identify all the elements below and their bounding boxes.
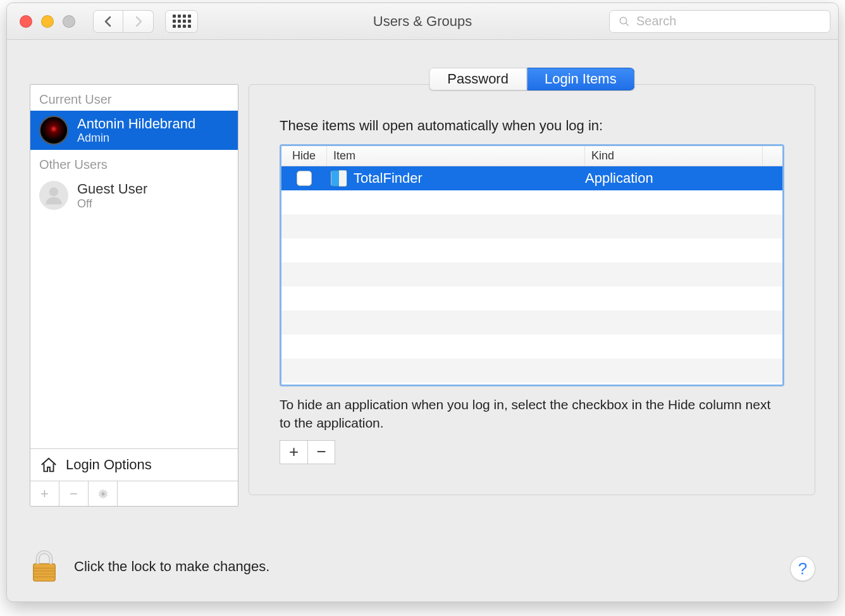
zoom-window-button [63, 15, 75, 28]
show-all-button[interactable] [165, 10, 198, 33]
chevron-right-icon [134, 16, 143, 27]
col-hide[interactable]: Hide [281, 146, 327, 166]
add-user-button[interactable]: + [30, 481, 59, 506]
login-items-table: Hide Item Kind TotalFinder Applicati [280, 144, 784, 386]
app-icon [331, 170, 347, 187]
login-options-label: Login Options [66, 457, 152, 473]
users-sidebar: Current User Antonin Hildebrand Admin Ot… [30, 84, 238, 507]
user-name: Guest User [77, 181, 147, 197]
user-role: Off [77, 197, 147, 211]
panel-heading: These items will open automatically when… [280, 118, 784, 134]
search-input[interactable] [636, 14, 821, 28]
avatar [39, 181, 68, 210]
user-role: Admin [77, 132, 195, 145]
table-row [281, 335, 782, 359]
table-body: TotalFinder Application [281, 166, 782, 385]
minimize-window-button[interactable] [41, 15, 54, 28]
svg-line-1 [626, 23, 629, 26]
sidebar-footer: + − [30, 481, 238, 506]
add-remove-buttons: + − [280, 440, 784, 464]
table-row [281, 238, 782, 262]
gear-icon [97, 488, 109, 500]
table-row[interactable]: TotalFinder Application [281, 166, 782, 190]
home-icon [39, 455, 58, 474]
table-row [281, 262, 782, 286]
main-panel: Password Login Items These items will op… [249, 84, 815, 519]
chevron-left-icon [104, 16, 113, 27]
item-name: TotalFinder [354, 170, 422, 187]
remove-user-button[interactable]: − [59, 481, 89, 506]
other-users-label: Other Users [30, 150, 238, 176]
table-header: Hide Item Kind [281, 146, 782, 166]
titlebar: Users & Groups [7, 3, 838, 40]
tab-login-items[interactable]: Login Items [527, 68, 635, 90]
panel-hint: To hide an application when you log in, … [280, 395, 784, 433]
lock-text: Click the lock to make changes. [74, 558, 269, 575]
lock-icon[interactable] [30, 549, 59, 584]
table-row [281, 359, 782, 383]
login-options-button[interactable]: Login Options [30, 448, 238, 481]
add-item-button[interactable]: + [280, 440, 307, 464]
search-field[interactable] [609, 10, 830, 33]
forward-button[interactable] [123, 10, 154, 33]
back-button[interactable] [93, 10, 123, 33]
tabs: Password Login Items [429, 68, 634, 90]
window-controls [20, 15, 75, 28]
svg-point-0 [620, 17, 627, 24]
col-item[interactable]: Item [327, 146, 585, 166]
help-button[interactable]: ? [790, 556, 815, 581]
table-row [281, 214, 782, 238]
login-items-panel: These items will open automatically when… [249, 84, 815, 495]
item-kind: Application [585, 170, 782, 187]
footer: Click the lock to make changes. ? [7, 532, 838, 601]
person-icon [43, 185, 65, 206]
grid-icon [173, 15, 191, 28]
preferences-window: Users & Groups Current User Antonin Hild… [6, 3, 839, 602]
avatar [39, 116, 68, 145]
remove-item-button[interactable]: − [307, 440, 335, 464]
user-actions-button[interactable] [89, 481, 118, 506]
svg-point-2 [49, 188, 58, 197]
tab-password[interactable]: Password [429, 68, 527, 90]
col-kind[interactable]: Kind [585, 146, 762, 166]
sidebar-user-current[interactable]: Antonin Hildebrand Admin [30, 111, 238, 150]
user-name: Antonin Hildebrand [77, 116, 195, 132]
close-window-button[interactable] [20, 15, 32, 28]
table-row [281, 286, 782, 311]
nav-buttons [93, 10, 154, 33]
current-user-label: Current User [30, 85, 238, 111]
search-icon [619, 16, 630, 27]
table-row [281, 311, 782, 335]
sidebar-user-guest[interactable]: Guest User Off [30, 176, 238, 215]
table-row [281, 190, 782, 214]
col-spacer [762, 146, 782, 166]
hide-checkbox[interactable] [297, 171, 312, 186]
svg-rect-4 [34, 564, 56, 581]
